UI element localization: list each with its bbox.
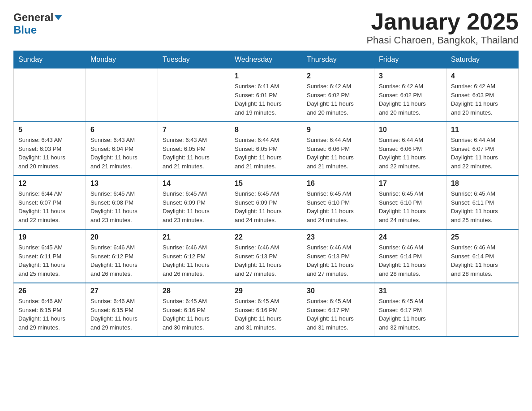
day-number: 4 <box>451 72 514 80</box>
logo-general-text: General <box>13 11 53 24</box>
day-info: Sunrise: 6:44 AM Sunset: 6:05 PM Dayligh… <box>235 137 282 170</box>
day-info: Sunrise: 6:45 AM Sunset: 6:17 PM Dayligh… <box>307 298 354 331</box>
day-info: Sunrise: 6:45 AM Sunset: 6:09 PM Dayligh… <box>163 190 210 223</box>
day-info: Sunrise: 6:46 AM Sunset: 6:14 PM Dayligh… <box>379 244 426 277</box>
day-number: 20 <box>90 233 153 241</box>
day-info: Sunrise: 6:45 AM Sunset: 6:11 PM Dayligh… <box>451 190 498 223</box>
day-number: 8 <box>235 126 297 134</box>
day-info: Sunrise: 6:44 AM Sunset: 6:06 PM Dayligh… <box>379 137 426 170</box>
table-row: 29Sunrise: 6:45 AM Sunset: 6:16 PM Dayli… <box>230 283 302 337</box>
day-info: Sunrise: 6:46 AM Sunset: 6:15 PM Dayligh… <box>90 298 137 331</box>
page-header: General Blue January 2025 Phasi Charoen,… <box>13 9 519 46</box>
table-row: 30Sunrise: 6:45 AM Sunset: 6:17 PM Dayli… <box>302 283 374 337</box>
table-row: 6Sunrise: 6:43 AM Sunset: 6:04 PM Daylig… <box>86 122 158 176</box>
calendar-week-row: 12Sunrise: 6:44 AM Sunset: 6:07 PM Dayli… <box>14 176 519 229</box>
table-row: 12Sunrise: 6:44 AM Sunset: 6:07 PM Dayli… <box>14 176 86 229</box>
day-info: Sunrise: 6:43 AM Sunset: 6:03 PM Dayligh… <box>18 137 65 170</box>
table-row: 7Sunrise: 6:43 AM Sunset: 6:05 PM Daylig… <box>158 122 230 176</box>
day-info: Sunrise: 6:45 AM Sunset: 6:16 PM Dayligh… <box>235 298 282 331</box>
day-info: Sunrise: 6:46 AM Sunset: 6:12 PM Dayligh… <box>163 244 210 277</box>
col-sunday: Sunday <box>14 51 86 68</box>
day-number: 23 <box>307 233 369 241</box>
col-tuesday: Tuesday <box>158 51 230 68</box>
day-info: Sunrise: 6:44 AM Sunset: 6:07 PM Dayligh… <box>451 137 498 170</box>
table-row: 1Sunrise: 6:41 AM Sunset: 6:01 PM Daylig… <box>230 68 302 122</box>
day-number: 17 <box>379 180 442 188</box>
day-info: Sunrise: 6:46 AM Sunset: 6:14 PM Dayligh… <box>451 244 498 277</box>
day-number: 14 <box>163 180 225 188</box>
table-row: 28Sunrise: 6:45 AM Sunset: 6:16 PM Dayli… <box>158 283 230 337</box>
day-number: 6 <box>90 126 153 134</box>
day-number: 18 <box>451 180 514 188</box>
table-row <box>86 68 158 122</box>
table-row: 9Sunrise: 6:44 AM Sunset: 6:06 PM Daylig… <box>302 122 374 176</box>
day-info: Sunrise: 6:45 AM Sunset: 6:17 PM Dayligh… <box>379 298 426 331</box>
day-info: Sunrise: 6:42 AM Sunset: 6:03 PM Dayligh… <box>451 83 498 116</box>
day-info: Sunrise: 6:45 AM Sunset: 6:10 PM Dayligh… <box>307 190 354 223</box>
day-info: Sunrise: 6:45 AM Sunset: 6:09 PM Dayligh… <box>235 190 282 223</box>
day-number: 12 <box>18 180 81 188</box>
col-saturday: Saturday <box>446 51 519 68</box>
day-number: 19 <box>18 233 81 241</box>
day-info: Sunrise: 6:46 AM Sunset: 6:13 PM Dayligh… <box>235 244 282 277</box>
day-number: 25 <box>451 233 514 241</box>
day-info: Sunrise: 6:44 AM Sunset: 6:06 PM Dayligh… <box>307 137 354 170</box>
day-info: Sunrise: 6:45 AM Sunset: 6:08 PM Dayligh… <box>90 190 137 223</box>
day-number: 9 <box>307 126 369 134</box>
day-number: 5 <box>18 126 81 134</box>
table-row: 24Sunrise: 6:46 AM Sunset: 6:14 PM Dayli… <box>374 229 446 283</box>
table-row: 26Sunrise: 6:46 AM Sunset: 6:15 PM Dayli… <box>14 283 86 337</box>
calendar-header-row: Sunday Monday Tuesday Wednesday Thursday… <box>14 51 519 68</box>
table-row: 3Sunrise: 6:42 AM Sunset: 6:02 PM Daylig… <box>374 68 446 122</box>
day-number: 16 <box>307 180 369 188</box>
day-info: Sunrise: 6:44 AM Sunset: 6:07 PM Dayligh… <box>18 190 65 223</box>
calendar-week-row: 5Sunrise: 6:43 AM Sunset: 6:03 PM Daylig… <box>14 122 519 176</box>
day-info: Sunrise: 6:46 AM Sunset: 6:13 PM Dayligh… <box>307 244 354 277</box>
col-friday: Friday <box>374 51 446 68</box>
table-row: 13Sunrise: 6:45 AM Sunset: 6:08 PM Dayli… <box>86 176 158 229</box>
day-info: Sunrise: 6:42 AM Sunset: 6:02 PM Dayligh… <box>379 83 426 116</box>
day-number: 2 <box>307 72 369 80</box>
day-info: Sunrise: 6:46 AM Sunset: 6:12 PM Dayligh… <box>90 244 137 277</box>
day-info: Sunrise: 6:43 AM Sunset: 6:04 PM Dayligh… <box>90 137 137 170</box>
table-row <box>446 283 519 337</box>
table-row: 11Sunrise: 6:44 AM Sunset: 6:07 PM Dayli… <box>446 122 519 176</box>
day-number: 28 <box>163 287 225 295</box>
col-wednesday: Wednesday <box>230 51 302 68</box>
table-row: 22Sunrise: 6:46 AM Sunset: 6:13 PM Dayli… <box>230 229 302 283</box>
day-number: 13 <box>90 180 153 188</box>
table-row <box>158 68 230 122</box>
day-number: 10 <box>379 126 442 134</box>
day-number: 7 <box>163 126 225 134</box>
day-info: Sunrise: 6:45 AM Sunset: 6:11 PM Dayligh… <box>18 244 65 277</box>
table-row: 17Sunrise: 6:45 AM Sunset: 6:10 PM Dayli… <box>374 176 446 229</box>
col-thursday: Thursday <box>302 51 374 68</box>
table-row: 16Sunrise: 6:45 AM Sunset: 6:10 PM Dayli… <box>302 176 374 229</box>
table-row: 2Sunrise: 6:42 AM Sunset: 6:02 PM Daylig… <box>302 68 374 122</box>
table-row: 4Sunrise: 6:42 AM Sunset: 6:03 PM Daylig… <box>446 68 519 122</box>
day-number: 30 <box>307 287 369 295</box>
table-row: 8Sunrise: 6:44 AM Sunset: 6:05 PM Daylig… <box>230 122 302 176</box>
logo: General Blue <box>13 9 63 36</box>
day-number: 15 <box>235 180 297 188</box>
day-number: 3 <box>379 72 442 80</box>
day-number: 31 <box>379 287 442 295</box>
day-number: 27 <box>90 287 153 295</box>
day-info: Sunrise: 6:45 AM Sunset: 6:16 PM Dayligh… <box>163 298 210 331</box>
table-row: 31Sunrise: 6:45 AM Sunset: 6:17 PM Dayli… <box>374 283 446 337</box>
calendar-week-row: 1Sunrise: 6:41 AM Sunset: 6:01 PM Daylig… <box>14 68 519 122</box>
logo-blue-text: Blue <box>13 24 37 36</box>
day-number: 29 <box>235 287 297 295</box>
table-row <box>14 68 86 122</box>
table-row: 23Sunrise: 6:46 AM Sunset: 6:13 PM Dayli… <box>302 229 374 283</box>
table-row: 5Sunrise: 6:43 AM Sunset: 6:03 PM Daylig… <box>14 122 86 176</box>
calendar-table: Sunday Monday Tuesday Wednesday Thursday… <box>13 51 519 337</box>
table-row: 18Sunrise: 6:45 AM Sunset: 6:11 PM Dayli… <box>446 176 519 229</box>
table-row: 27Sunrise: 6:46 AM Sunset: 6:15 PM Dayli… <box>86 283 158 337</box>
table-row: 21Sunrise: 6:46 AM Sunset: 6:12 PM Dayli… <box>158 229 230 283</box>
day-info: Sunrise: 6:46 AM Sunset: 6:15 PM Dayligh… <box>18 298 65 331</box>
title-block: January 2025 Phasi Charoen, Bangkok, Tha… <box>366 9 519 46</box>
day-number: 24 <box>379 233 442 241</box>
table-row: 25Sunrise: 6:46 AM Sunset: 6:14 PM Dayli… <box>446 229 519 283</box>
table-row: 19Sunrise: 6:45 AM Sunset: 6:11 PM Dayli… <box>14 229 86 283</box>
